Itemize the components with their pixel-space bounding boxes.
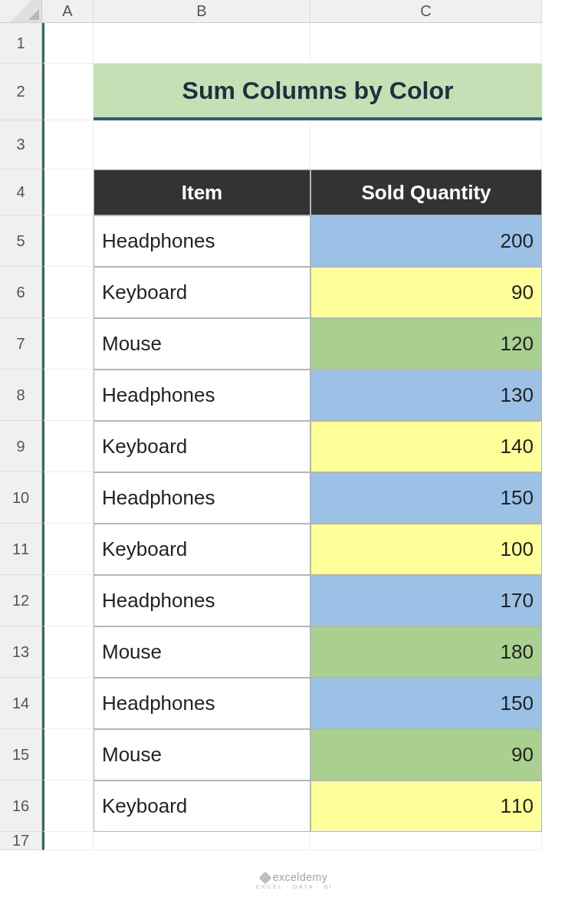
qty-cell[interactable]: 200 bbox=[310, 215, 542, 267]
cell-A11[interactable] bbox=[42, 524, 94, 575]
cell-A9[interactable] bbox=[42, 421, 94, 472]
col-head-A[interactable]: A bbox=[42, 0, 94, 23]
item-cell[interactable]: Keyboard bbox=[94, 267, 310, 318]
row-head-2[interactable]: 2 bbox=[0, 64, 42, 120]
qty-cell[interactable]: 90 bbox=[310, 267, 542, 318]
cell-C17[interactable] bbox=[310, 832, 542, 850]
row-head-5[interactable]: 5 bbox=[0, 215, 42, 267]
cell-A5[interactable] bbox=[42, 215, 94, 267]
cell-A17[interactable] bbox=[42, 832, 94, 850]
cell-A2[interactable] bbox=[42, 64, 94, 120]
item-cell[interactable]: Keyboard bbox=[94, 780, 310, 832]
item-cell[interactable]: Mouse bbox=[94, 729, 310, 780]
header-qty: Sold Quantity bbox=[310, 169, 542, 215]
watermark-subtext: EXCEL · DATA · BI bbox=[0, 883, 588, 890]
cell-A15[interactable] bbox=[42, 729, 94, 780]
qty-cell[interactable]: 100 bbox=[310, 524, 542, 575]
select-all-corner[interactable] bbox=[0, 0, 42, 23]
cell-A8[interactable] bbox=[42, 370, 94, 421]
row-head-12[interactable]: 12 bbox=[0, 575, 42, 626]
row-head-4[interactable]: 4 bbox=[0, 169, 42, 215]
item-cell[interactable]: Mouse bbox=[94, 626, 310, 678]
item-cell[interactable]: Keyboard bbox=[94, 524, 310, 575]
qty-cell[interactable]: 150 bbox=[310, 472, 542, 524]
qty-cell[interactable]: 130 bbox=[310, 370, 542, 421]
item-cell[interactable]: Headphones bbox=[94, 472, 310, 524]
cell-B17[interactable] bbox=[94, 832, 310, 850]
cell-A13[interactable] bbox=[42, 626, 94, 678]
row-head-3[interactable]: 3 bbox=[0, 120, 42, 169]
cell-C1[interactable] bbox=[310, 23, 542, 64]
cell-A10[interactable] bbox=[42, 472, 94, 524]
item-cell[interactable]: Headphones bbox=[94, 370, 310, 421]
watermark: exceldemy EXCEL · DATA · BI bbox=[0, 871, 588, 890]
row-head-8[interactable]: 8 bbox=[0, 370, 42, 421]
cell-C3[interactable] bbox=[310, 120, 542, 169]
row-head-10[interactable]: 10 bbox=[0, 472, 42, 524]
cell-A4[interactable] bbox=[42, 169, 94, 215]
cell-A16[interactable] bbox=[42, 780, 94, 832]
item-cell[interactable]: Mouse bbox=[94, 318, 310, 370]
qty-cell[interactable]: 140 bbox=[310, 421, 542, 472]
item-cell[interactable]: Headphones bbox=[94, 678, 310, 729]
row-head-17[interactable]: 17 bbox=[0, 832, 42, 850]
row-head-6[interactable]: 6 bbox=[0, 267, 42, 318]
header-item: Item bbox=[94, 169, 310, 215]
item-cell[interactable]: Headphones bbox=[94, 575, 310, 626]
watermark-text: exceldemy bbox=[273, 871, 327, 883]
row-head-15[interactable]: 15 bbox=[0, 729, 42, 780]
qty-cell[interactable]: 170 bbox=[310, 575, 542, 626]
qty-cell[interactable]: 90 bbox=[310, 729, 542, 780]
row-head-7[interactable]: 7 bbox=[0, 318, 42, 370]
cell-A14[interactable] bbox=[42, 678, 94, 729]
row-head-13[interactable]: 13 bbox=[0, 626, 42, 678]
row-head-16[interactable]: 16 bbox=[0, 780, 42, 832]
cell-A7[interactable] bbox=[42, 318, 94, 370]
item-cell[interactable]: Keyboard bbox=[94, 421, 310, 472]
col-head-B[interactable]: B bbox=[94, 0, 310, 23]
cell-B3[interactable] bbox=[94, 120, 310, 169]
row-head-1[interactable]: 1 bbox=[0, 23, 42, 64]
row-head-14[interactable]: 14 bbox=[0, 678, 42, 729]
page-title: Sum Columns by Color bbox=[94, 64, 542, 120]
cell-A3[interactable] bbox=[42, 120, 94, 169]
row-head-11[interactable]: 11 bbox=[0, 524, 42, 575]
cell-A6[interactable] bbox=[42, 267, 94, 318]
qty-cell[interactable]: 120 bbox=[310, 318, 542, 370]
qty-cell[interactable]: 180 bbox=[310, 626, 542, 678]
col-head-C[interactable]: C bbox=[310, 0, 542, 23]
qty-cell[interactable]: 150 bbox=[310, 678, 542, 729]
cell-B1[interactable] bbox=[94, 23, 310, 64]
row-head-9[interactable]: 9 bbox=[0, 421, 42, 472]
item-cell[interactable]: Headphones bbox=[94, 215, 310, 267]
cell-A1[interactable] bbox=[42, 23, 94, 64]
qty-cell[interactable]: 110 bbox=[310, 780, 542, 832]
cell-A12[interactable] bbox=[42, 575, 94, 626]
